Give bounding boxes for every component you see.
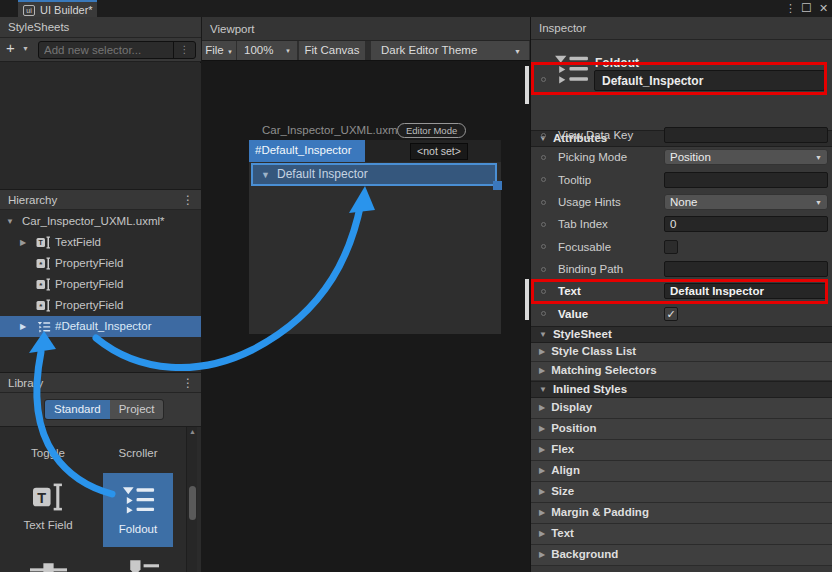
library-menu-icon[interactable]: ⋮ <box>182 373 194 394</box>
propertyfield-icon: * <box>36 299 51 312</box>
canvas-element-foldout[interactable]: ▼ Default Inspector <box>251 163 497 186</box>
attr-row-view-data-key: View Data Key <box>531 124 832 146</box>
tab-title: UI Builder* <box>40 3 93 17</box>
collapse-icon: ▶ <box>539 530 545 538</box>
foldout-icon <box>37 321 51 333</box>
attributes-rows: View Data Key Picking Mode Position ▼ To… <box>531 124 832 325</box>
attr-label: Usage Hints <box>558 196 621 208</box>
theme-value: Dark Editor Theme <box>381 44 477 56</box>
usage-hints-value: None <box>670 196 698 208</box>
hierarchy-menu-icon[interactable]: ⋮ <box>182 190 194 211</box>
scrollbar-thumb[interactable] <box>189 486 196 520</box>
library-header: Library ⋮ <box>0 372 201 393</box>
tree-row-textfield[interactable]: ▶ T TextField <box>0 232 201 253</box>
viewport-toolbar: File ▼ 100% ▼ Fit Canvas Dark Editor The… <box>202 41 530 61</box>
window-tab-bar: ui UI Builder* ⋮ ☐ ✕ <box>0 0 832 17</box>
section-inlined-styles[interactable]: ▼ Inlined Styles <box>531 381 832 398</box>
attr-row-text: Text <box>531 280 832 302</box>
tab-standard[interactable]: Standard <box>45 400 110 419</box>
dropdown-arrow-icon: ▼ <box>815 196 822 210</box>
attach-field[interactable]: <not set> <box>410 143 468 160</box>
tree-row-propertyfield[interactable]: * PropertyField <box>0 253 201 274</box>
canvas[interactable]: #Default_Inspector <not set> ▼ Default I… <box>249 140 501 334</box>
binding-indicator <box>541 77 546 82</box>
section-matching-selectors[interactable]: ▶ Matching Selectors <box>531 362 832 381</box>
stylesheets-content[interactable] <box>0 63 201 189</box>
library-item-foldout-label: Foldout <box>103 523 173 535</box>
library-item-text-field-label[interactable]: Text Field <box>0 519 96 531</box>
section-text[interactable]: ▶ Text <box>531 524 832 545</box>
zoom-value: 100% <box>244 44 273 56</box>
resize-handle[interactable] <box>493 181 502 190</box>
style-sections: ▼ StyleSheet ▶ Style Class List ▶ Matchi… <box>531 326 832 566</box>
attr-label: Text <box>558 285 581 297</box>
add-selector-dropdown-icon[interactable]: ▼ <box>22 45 29 52</box>
view-data-key-input[interactable] <box>664 127 828 143</box>
section-align[interactable]: ▶ Align <box>531 461 832 482</box>
new-selector-input[interactable] <box>39 42 172 58</box>
library-item-toggle-label[interactable]: Toggle <box>0 447 96 459</box>
picking-mode-dropdown[interactable]: Position ▼ <box>664 149 828 165</box>
focusable-checkbox[interactable] <box>664 240 678 254</box>
window-maximize-icon[interactable]: ☐ <box>801 1 812 15</box>
section-position[interactable]: ▶ Position <box>531 419 832 440</box>
window-close-icon[interactable]: ✕ <box>819 2 828 15</box>
tree-row-root[interactable]: ▼ Car_Inspector_UXML.uxml* <box>0 211 201 232</box>
canvas-tab-label: #Default_Inspector <box>255 144 352 156</box>
collapse-icon[interactable]: ▶ <box>20 316 26 337</box>
slider-library-icon[interactable] <box>30 561 67 572</box>
collapse-icon[interactable]: ▶ <box>20 232 26 253</box>
file-menu-button[interactable]: File ▼ <box>202 41 236 60</box>
tab-index-input[interactable] <box>664 216 828 232</box>
section-label: Display <box>551 402 592 414</box>
element-name-field[interactable] <box>594 70 825 91</box>
tab-project[interactable]: Project <box>110 400 164 419</box>
tab-ui-builder[interactable]: ui UI Builder* <box>18 0 97 17</box>
tree-item-label: PropertyField <box>55 274 123 295</box>
zoom-dropdown[interactable]: 100% ▼ <box>237 41 297 60</box>
tree-row-propertyfield[interactable]: * PropertyField <box>0 295 201 316</box>
inspector-header: Inspector <box>531 17 832 40</box>
text-field-library-icon[interactable]: T <box>33 480 64 514</box>
attr-row-value: Value ✓ <box>531 303 832 325</box>
tree-row-default-inspector[interactable]: ▶ #Default_Inspector <box>0 316 201 337</box>
section-flex[interactable]: ▶ Flex <box>531 440 832 461</box>
window-menu-icon[interactable]: ⋮ <box>785 2 796 15</box>
binding-path-input[interactable] <box>664 261 828 277</box>
binding-indicator <box>541 244 546 249</box>
section-stylesheet[interactable]: ▼ StyleSheet <box>531 326 832 343</box>
editor-mode-button[interactable]: Editor Mode <box>397 123 466 138</box>
attr-row-picking-mode: Picking Mode Position ▼ <box>531 146 832 168</box>
selector-options-icon[interactable]: ⋮ <box>173 42 195 58</box>
section-display[interactable]: ▶ Display <box>531 398 832 419</box>
text-attribute-input[interactable] <box>664 283 828 299</box>
section-style-class-list[interactable]: ▶ Style Class List <box>531 343 832 362</box>
section-background[interactable]: ▶ Background <box>531 545 832 566</box>
inspector-title: Inspector <box>539 22 586 34</box>
expand-icon[interactable]: ▼ <box>6 211 14 232</box>
library-item-scroller-label[interactable]: Scroller <box>92 447 184 459</box>
scroll-up-icon[interactable]: ▲ <box>189 428 196 435</box>
fit-canvas-label: Fit Canvas <box>305 44 360 56</box>
section-label: Style Class List <box>551 346 636 358</box>
library-scrollbar[interactable]: ▲ <box>186 427 197 572</box>
canvas-selected-element-tab[interactable]: #Default_Inspector <box>249 140 365 162</box>
fit-canvas-button[interactable]: Fit Canvas <box>299 41 365 60</box>
propertyfield-icon: * <box>36 278 51 291</box>
attr-row-binding-path: Binding Path <box>531 258 832 280</box>
usage-hints-dropdown[interactable]: None ▼ <box>664 194 828 210</box>
slider-int-library-icon[interactable] <box>122 558 159 572</box>
attr-row-focusable: Focusable <box>531 236 832 258</box>
tooltip-input[interactable] <box>664 172 828 188</box>
theme-dropdown[interactable]: Dark Editor Theme ▼ <box>371 41 529 60</box>
inspector-panel: Inspector Foldout ▼ Attributes View Data… <box>530 17 832 572</box>
tree-item-label: #Default_Inspector <box>55 316 152 337</box>
add-selector-button[interactable]: + <box>6 39 15 56</box>
tree-item-label: PropertyField <box>55 253 123 274</box>
foldout-expanded-icon[interactable]: ▼ <box>261 170 270 180</box>
value-checkbox[interactable]: ✓ <box>664 307 678 321</box>
tree-row-propertyfield[interactable]: * PropertyField <box>0 274 201 295</box>
library-item-foldout-tile[interactable]: Foldout <box>103 473 173 547</box>
section-margin-padding[interactable]: ▶ Margin & Padding <box>531 503 832 524</box>
section-size[interactable]: ▶ Size <box>531 482 832 503</box>
